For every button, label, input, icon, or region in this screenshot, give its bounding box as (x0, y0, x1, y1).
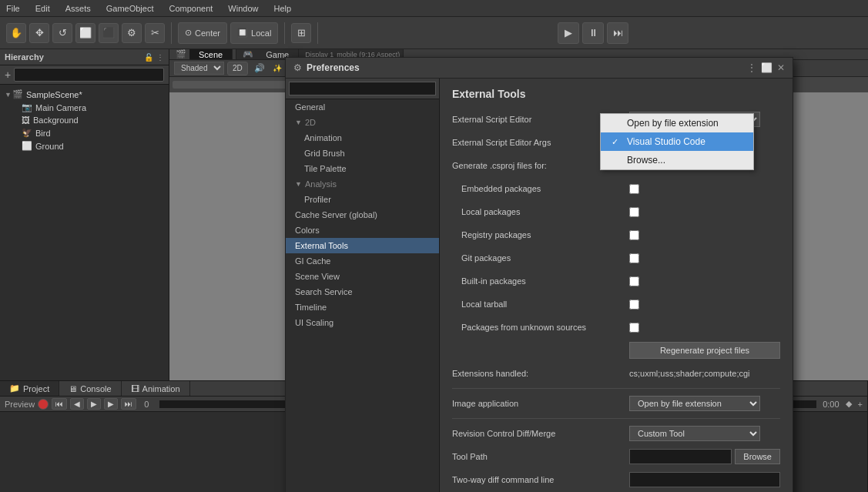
toolbar: ✋ ✥ ↺ ⬜ ⬛ ⚙ ✂ ⊙ Center 🔲 Local ⊞ ▶ ⏸ ⏭ (0, 17, 868, 49)
prev-frame-button[interactable]: ◀ (70, 398, 84, 410)
revision-row: Revision Control Diff/Merge Custom Tool (452, 425, 780, 442)
console-tab-icon: 🖥 (69, 384, 77, 393)
pref-nav-searchservice[interactable]: Search Service (286, 284, 439, 300)
pref-nav-gridbrush[interactable]: Grid Brush (286, 146, 439, 161)
time-value: 0 (144, 400, 149, 409)
tool-rect[interactable]: ⬛ (99, 23, 119, 43)
pref-nav-timeline[interactable]: Timeline (286, 300, 439, 315)
git-packages-label: Git packages (452, 253, 629, 263)
nav-analysis-arrow: ▼ (295, 180, 302, 188)
gear-icon: ⚙ (293, 62, 302, 73)
pref-nav-animation[interactable]: Animation (286, 130, 439, 146)
menu-gameobject[interactable]: GameObject (103, 4, 157, 13)
pref-nav-tilepalette[interactable]: Tile Palette (286, 161, 439, 176)
play-preview-button[interactable]: ▶ (87, 398, 101, 410)
builtin-packages-checkbox[interactable] (629, 276, 639, 286)
regenerate-button[interactable]: Regenerate project files (629, 342, 780, 359)
tool-move[interactable]: ✥ (29, 23, 49, 43)
pref-nav-cacheserver[interactable]: Cache Server (global) (286, 207, 439, 223)
pref-search-input[interactable] (289, 82, 436, 95)
preferences-overlay: ⚙ Preferences ⋮ ⬜ ✕ General ▼ (0, 49, 868, 380)
pref-nav-analysis[interactable]: ▼ Analysis (286, 176, 439, 192)
embedded-packages-row: Embedded packages (452, 180, 780, 197)
menu-assets[interactable]: Assets (62, 4, 94, 13)
step-button[interactable]: ⏭ (607, 22, 628, 44)
pref-nav-gicache[interactable]: GI Cache (286, 253, 439, 269)
tool-path-row: Tool Path Browse (452, 448, 780, 465)
center-button[interactable]: ⊙ Center (178, 22, 227, 44)
pref-nav-2d[interactable]: ▼ 2D (286, 115, 439, 130)
animation-tab[interactable]: 🎞 Animation (122, 381, 190, 396)
local-tarball-row: Local tarball (452, 296, 780, 313)
local-packages-row: Local packages (452, 203, 780, 220)
preferences-dialog: ⚙ Preferences ⋮ ⬜ ✕ General ▼ (285, 57, 793, 492)
pref-nav-profiler[interactable]: Profiler (286, 192, 439, 207)
dropdown-menu: Open by file extension ✓ Visual Studio C… (600, 113, 754, 170)
next-keyframe-button[interactable]: ⏭ (121, 398, 136, 410)
grid-icon[interactable]: ⊞ (291, 23, 311, 43)
prev-keyframe-button[interactable]: ⏮ (52, 398, 67, 410)
menu-window[interactable]: Window (225, 4, 261, 13)
builtin-packages-label: Built-in packages (452, 276, 629, 286)
two-way-input[interactable] (629, 472, 780, 487)
extensions-row: Extensions handled: cs;uxml;uss;shader;c… (452, 365, 780, 382)
git-packages-row: Git packages (452, 249, 780, 266)
registry-packages-row: Registry packages (452, 226, 780, 243)
local-icon: 🔲 (237, 28, 248, 38)
local-tarball-checkbox[interactable] (629, 300, 639, 310)
console-tab[interactable]: 🖥 Console (59, 381, 121, 396)
pref-title-group: ⚙ Preferences (293, 62, 360, 73)
registry-packages-checkbox[interactable] (629, 230, 639, 240)
pref-close-icon[interactable]: ✕ (777, 62, 785, 73)
dropdown-item-2[interactable]: Browse... (601, 151, 753, 169)
menu-help[interactable]: Help (270, 4, 294, 13)
local-button[interactable]: 🔲 Local (230, 22, 278, 44)
plus-icon: + (858, 400, 863, 409)
pref-menu-icon[interactable]: ⋮ (747, 62, 756, 73)
menu-file[interactable]: File (3, 4, 23, 13)
preferences-sidebar: General ▼ 2D Animation Grid Brush Tile P… (286, 79, 440, 492)
pref-nav-general[interactable]: General (286, 99, 439, 115)
pref-nav-colors[interactable]: Colors (286, 223, 439, 238)
tool-hand[interactable]: ✋ (6, 23, 26, 43)
dropdown-item-0[interactable]: Open by file extension (601, 114, 753, 132)
play-button[interactable]: ▶ (558, 22, 579, 44)
local-packages-label: Local packages (452, 207, 629, 216)
time-end-value: 0:00 (823, 400, 839, 409)
git-packages-checkbox[interactable] (629, 253, 639, 263)
pref-maximize-icon[interactable]: ⬜ (761, 62, 772, 73)
embedded-packages-label: Embedded packages (452, 184, 629, 193)
pref-window-controls: ⋮ ⬜ ✕ (747, 62, 785, 73)
divider-2 (452, 418, 780, 419)
image-app-label: Image application (452, 399, 629, 408)
local-packages-checkbox[interactable] (629, 207, 639, 217)
tool-path-label: Tool Path (452, 452, 629, 461)
extensions-label: Extensions handled: (452, 369, 629, 378)
project-tab[interactable]: 📁 Project (0, 381, 59, 396)
builtin-packages-row: Built-in packages (452, 273, 780, 290)
pause-button[interactable]: ⏸ (582, 22, 604, 44)
embedded-packages-checkbox[interactable] (629, 184, 639, 194)
tool-path-browse-button[interactable]: Browse (735, 449, 780, 464)
unknown-packages-checkbox[interactable] (629, 323, 639, 333)
two-way-row: Two-way diff command line (452, 471, 780, 488)
tool-path-input[interactable] (629, 449, 732, 464)
revision-select[interactable]: Custom Tool (629, 426, 760, 441)
image-app-value: Open by file extension (629, 396, 780, 411)
local-tarball-label: Local tarball (452, 300, 629, 309)
dropdown-item-1[interactable]: ✓ Visual Studio Code (601, 132, 753, 151)
pref-nav-externaltools[interactable]: External Tools (286, 238, 439, 253)
tool-custom[interactable]: ✂ (145, 23, 165, 43)
registry-packages-label: Registry packages (452, 230, 629, 239)
tool-scale[interactable]: ⬜ (75, 23, 96, 43)
pref-nav-uiscaling[interactable]: UI Scaling (286, 315, 439, 330)
pref-nav-sceneview[interactable]: Scene View (286, 269, 439, 284)
next-frame-button[interactable]: ▶ (104, 398, 118, 410)
tool-rotate[interactable]: ↺ (52, 23, 72, 43)
unknown-packages-label: Packages from unknown sources (452, 323, 629, 332)
record-button[interactable] (38, 399, 49, 410)
tool-transform[interactable]: ⚙ (122, 23, 142, 43)
menu-edit[interactable]: Edit (32, 4, 53, 13)
menu-component[interactable]: Component (166, 4, 216, 13)
image-app-select[interactable]: Open by file extension (629, 396, 760, 411)
